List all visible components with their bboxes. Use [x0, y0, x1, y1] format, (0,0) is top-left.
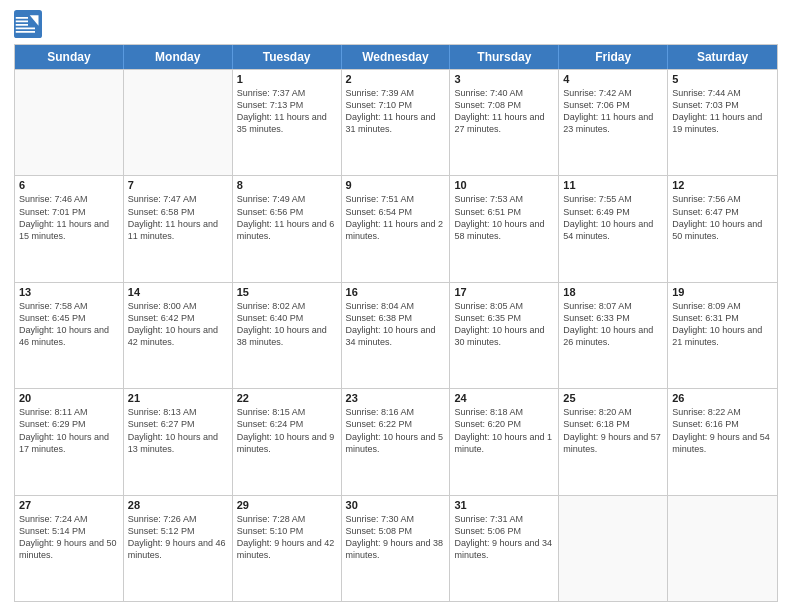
day-number: 29: [237, 499, 337, 511]
day-number: 30: [346, 499, 446, 511]
day-number: 28: [128, 499, 228, 511]
day-cell-19: 19Sunrise: 8:09 AM Sunset: 6:31 PM Dayli…: [668, 283, 777, 388]
day-number: 15: [237, 286, 337, 298]
day-info: Sunrise: 7:56 AM Sunset: 6:47 PM Dayligh…: [672, 193, 773, 242]
header: [14, 10, 778, 38]
day-number: 20: [19, 392, 119, 404]
day-cell-15: 15Sunrise: 8:02 AM Sunset: 6:40 PM Dayli…: [233, 283, 342, 388]
header-day-sunday: Sunday: [15, 45, 124, 69]
header-day-wednesday: Wednesday: [342, 45, 451, 69]
day-info: Sunrise: 7:37 AM Sunset: 7:13 PM Dayligh…: [237, 87, 337, 136]
day-cell-14: 14Sunrise: 8:00 AM Sunset: 6:42 PM Dayli…: [124, 283, 233, 388]
day-cell-11: 11Sunrise: 7:55 AM Sunset: 6:49 PM Dayli…: [559, 176, 668, 281]
day-number: 23: [346, 392, 446, 404]
day-number: 27: [19, 499, 119, 511]
day-cell-31: 31Sunrise: 7:31 AM Sunset: 5:06 PM Dayli…: [450, 496, 559, 601]
day-number: 21: [128, 392, 228, 404]
empty-cell: [668, 496, 777, 601]
day-info: Sunrise: 7:46 AM Sunset: 7:01 PM Dayligh…: [19, 193, 119, 242]
day-cell-22: 22Sunrise: 8:15 AM Sunset: 6:24 PM Dayli…: [233, 389, 342, 494]
day-cell-18: 18Sunrise: 8:07 AM Sunset: 6:33 PM Dayli…: [559, 283, 668, 388]
day-cell-12: 12Sunrise: 7:56 AM Sunset: 6:47 PM Dayli…: [668, 176, 777, 281]
day-number: 7: [128, 179, 228, 191]
day-number: 14: [128, 286, 228, 298]
day-info: Sunrise: 7:51 AM Sunset: 6:54 PM Dayligh…: [346, 193, 446, 242]
day-cell-24: 24Sunrise: 8:18 AM Sunset: 6:20 PM Dayli…: [450, 389, 559, 494]
day-info: Sunrise: 7:31 AM Sunset: 5:06 PM Dayligh…: [454, 513, 554, 562]
day-number: 19: [672, 286, 773, 298]
header-day-saturday: Saturday: [668, 45, 777, 69]
day-cell-6: 6Sunrise: 7:46 AM Sunset: 7:01 PM Daylig…: [15, 176, 124, 281]
day-number: 9: [346, 179, 446, 191]
day-info: Sunrise: 8:15 AM Sunset: 6:24 PM Dayligh…: [237, 406, 337, 455]
day-cell-21: 21Sunrise: 8:13 AM Sunset: 6:27 PM Dayli…: [124, 389, 233, 494]
day-number: 31: [454, 499, 554, 511]
day-number: 10: [454, 179, 554, 191]
day-cell-7: 7Sunrise: 7:47 AM Sunset: 6:58 PM Daylig…: [124, 176, 233, 281]
day-info: Sunrise: 7:26 AM Sunset: 5:12 PM Dayligh…: [128, 513, 228, 562]
day-cell-10: 10Sunrise: 7:53 AM Sunset: 6:51 PM Dayli…: [450, 176, 559, 281]
day-number: 22: [237, 392, 337, 404]
day-info: Sunrise: 7:40 AM Sunset: 7:08 PM Dayligh…: [454, 87, 554, 136]
day-info: Sunrise: 8:04 AM Sunset: 6:38 PM Dayligh…: [346, 300, 446, 349]
logo: [14, 10, 46, 38]
day-info: Sunrise: 7:44 AM Sunset: 7:03 PM Dayligh…: [672, 87, 773, 136]
day-info: Sunrise: 8:00 AM Sunset: 6:42 PM Dayligh…: [128, 300, 228, 349]
day-cell-2: 2Sunrise: 7:39 AM Sunset: 7:10 PM Daylig…: [342, 70, 451, 175]
day-number: 3: [454, 73, 554, 85]
week-row-2: 13Sunrise: 7:58 AM Sunset: 6:45 PM Dayli…: [15, 282, 777, 388]
week-row-0: 1Sunrise: 7:37 AM Sunset: 7:13 PM Daylig…: [15, 69, 777, 175]
day-info: Sunrise: 8:20 AM Sunset: 6:18 PM Dayligh…: [563, 406, 663, 455]
week-row-1: 6Sunrise: 7:46 AM Sunset: 7:01 PM Daylig…: [15, 175, 777, 281]
calendar-body: 1Sunrise: 7:37 AM Sunset: 7:13 PM Daylig…: [15, 69, 777, 601]
header-day-tuesday: Tuesday: [233, 45, 342, 69]
day-info: Sunrise: 8:22 AM Sunset: 6:16 PM Dayligh…: [672, 406, 773, 455]
logo-icon: [14, 10, 42, 38]
day-cell-3: 3Sunrise: 7:40 AM Sunset: 7:08 PM Daylig…: [450, 70, 559, 175]
day-info: Sunrise: 7:28 AM Sunset: 5:10 PM Dayligh…: [237, 513, 337, 562]
empty-cell: [124, 70, 233, 175]
day-info: Sunrise: 7:24 AM Sunset: 5:14 PM Dayligh…: [19, 513, 119, 562]
day-info: Sunrise: 8:09 AM Sunset: 6:31 PM Dayligh…: [672, 300, 773, 349]
day-info: Sunrise: 8:13 AM Sunset: 6:27 PM Dayligh…: [128, 406, 228, 455]
day-cell-16: 16Sunrise: 8:04 AM Sunset: 6:38 PM Dayli…: [342, 283, 451, 388]
header-day-monday: Monday: [124, 45, 233, 69]
day-cell-17: 17Sunrise: 8:05 AM Sunset: 6:35 PM Dayli…: [450, 283, 559, 388]
day-number: 24: [454, 392, 554, 404]
day-number: 11: [563, 179, 663, 191]
day-info: Sunrise: 7:53 AM Sunset: 6:51 PM Dayligh…: [454, 193, 554, 242]
day-number: 26: [672, 392, 773, 404]
day-info: Sunrise: 7:49 AM Sunset: 6:56 PM Dayligh…: [237, 193, 337, 242]
day-info: Sunrise: 7:39 AM Sunset: 7:10 PM Dayligh…: [346, 87, 446, 136]
svg-rect-6: [16, 31, 35, 33]
day-cell-23: 23Sunrise: 8:16 AM Sunset: 6:22 PM Dayli…: [342, 389, 451, 494]
calendar-header: SundayMondayTuesdayWednesdayThursdayFrid…: [15, 45, 777, 69]
day-cell-25: 25Sunrise: 8:20 AM Sunset: 6:18 PM Dayli…: [559, 389, 668, 494]
day-number: 12: [672, 179, 773, 191]
day-cell-13: 13Sunrise: 7:58 AM Sunset: 6:45 PM Dayli…: [15, 283, 124, 388]
day-cell-8: 8Sunrise: 7:49 AM Sunset: 6:56 PM Daylig…: [233, 176, 342, 281]
svg-rect-3: [16, 21, 28, 23]
day-cell-4: 4Sunrise: 7:42 AM Sunset: 7:06 PM Daylig…: [559, 70, 668, 175]
day-number: 17: [454, 286, 554, 298]
day-cell-5: 5Sunrise: 7:44 AM Sunset: 7:03 PM Daylig…: [668, 70, 777, 175]
day-info: Sunrise: 7:47 AM Sunset: 6:58 PM Dayligh…: [128, 193, 228, 242]
day-number: 4: [563, 73, 663, 85]
day-info: Sunrise: 8:07 AM Sunset: 6:33 PM Dayligh…: [563, 300, 663, 349]
week-row-4: 27Sunrise: 7:24 AM Sunset: 5:14 PM Dayli…: [15, 495, 777, 601]
day-number: 5: [672, 73, 773, 85]
day-info: Sunrise: 8:16 AM Sunset: 6:22 PM Dayligh…: [346, 406, 446, 455]
day-number: 1: [237, 73, 337, 85]
day-info: Sunrise: 7:55 AM Sunset: 6:49 PM Dayligh…: [563, 193, 663, 242]
header-day-friday: Friday: [559, 45, 668, 69]
day-info: Sunrise: 7:30 AM Sunset: 5:08 PM Dayligh…: [346, 513, 446, 562]
calendar: SundayMondayTuesdayWednesdayThursdayFrid…: [14, 44, 778, 602]
day-cell-26: 26Sunrise: 8:22 AM Sunset: 6:16 PM Dayli…: [668, 389, 777, 494]
day-info: Sunrise: 7:58 AM Sunset: 6:45 PM Dayligh…: [19, 300, 119, 349]
day-cell-29: 29Sunrise: 7:28 AM Sunset: 5:10 PM Dayli…: [233, 496, 342, 601]
day-cell-20: 20Sunrise: 8:11 AM Sunset: 6:29 PM Dayli…: [15, 389, 124, 494]
day-number: 13: [19, 286, 119, 298]
day-number: 2: [346, 73, 446, 85]
day-number: 16: [346, 286, 446, 298]
page: SundayMondayTuesdayWednesdayThursdayFrid…: [0, 0, 792, 612]
